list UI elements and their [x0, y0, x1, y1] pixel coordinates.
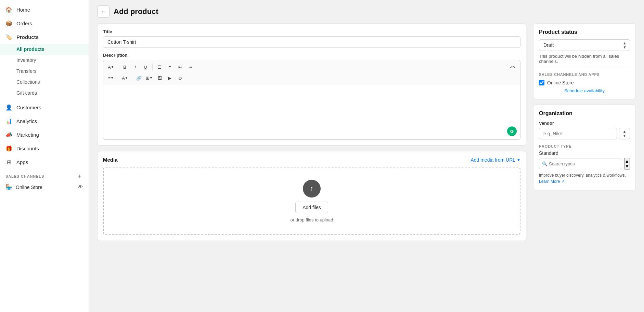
product-status-card: Product status Draft Active ▲▼ This prod…	[533, 23, 636, 99]
image-button[interactable]: 🖼	[155, 73, 164, 83]
marketing-icon: 📣	[5, 131, 12, 138]
online-store-visibility-button[interactable]: 👁	[78, 184, 83, 190]
status-select-wrapper: Draft Active ▲▼	[539, 39, 630, 51]
sidebar-item-marketing[interactable]: 📣 Marketing	[0, 128, 89, 141]
analytics-icon: 📊	[5, 118, 12, 124]
link-button[interactable]: 🔗	[134, 73, 144, 83]
section-divider	[539, 68, 630, 68]
main-body: Title Description A▼ B I U ☰ ≡ ⇤	[89, 23, 644, 312]
video-button[interactable]: ▶	[165, 73, 175, 83]
online-store-checkbox-label[interactable]: Online Store	[547, 80, 574, 85]
italic-button[interactable]: I	[130, 62, 140, 72]
back-button[interactable]: ←	[97, 5, 110, 18]
vendor-label: Vendor	[539, 121, 630, 126]
bullet-list-button[interactable]: ☰	[155, 62, 164, 72]
toolbar-divider-3	[118, 74, 118, 81]
page-header: ← Add product	[89, 0, 644, 23]
sidebar-sub-collections[interactable]: Collections	[0, 77, 89, 87]
outdent-button[interactable]: ⇥	[185, 62, 195, 72]
media-drop-zone[interactable]: ↑ Add files or drop files to upload	[103, 167, 520, 235]
sidebar-item-products[interactable]: 🏷️ Products	[0, 30, 89, 44]
org-title: Organization	[539, 110, 630, 117]
sidebar-sub-all-products[interactable]: All products	[0, 44, 89, 55]
left-column: Title Description A▼ B I U ☰ ≡ ⇤	[97, 23, 526, 304]
customers-icon: 👤	[5, 104, 12, 111]
product-type-section: PRODUCT TYPE Standard 🔍 ▲▼ Improve buyer…	[539, 144, 630, 185]
learn-more-link[interactable]: Learn More ↗	[539, 179, 565, 184]
code-button[interactable]: <>	[508, 62, 517, 72]
organization-card: Organization Vendor ▲▼ PRODUCT TYPE Stan…	[533, 105, 636, 190]
sidebar-item-analytics[interactable]: 📊 Analytics	[0, 114, 89, 128]
product-type-hint: Improve buyer discovery, analytics & wor…	[539, 172, 630, 185]
product-type-value: Standard	[539, 150, 630, 156]
apps-icon: ⊞	[5, 159, 12, 165]
editor-toolbar: A▼ B I U ☰ ≡ ⇤ ⇥ <> ≡▼	[103, 60, 520, 85]
title-input[interactable]	[103, 36, 520, 48]
sidebar-item-home[interactable]: 🏠 Home	[0, 3, 89, 16]
sidebar-item-orders[interactable]: 📦 Orders	[0, 16, 89, 30]
status-select[interactable]: Draft Active	[539, 39, 630, 51]
clear-format-button[interactable]: ⊘	[175, 73, 185, 83]
search-types-wrap: 🔍	[539, 158, 622, 169]
sidebar-item-apps[interactable]: ⊞ Apps	[0, 155, 89, 169]
vendor-stepper-button[interactable]: ▲▼	[619, 128, 630, 139]
home-icon: 🏠	[5, 6, 12, 13]
sidebar-sub-transfers[interactable]: Transfers	[0, 66, 89, 77]
online-store-icon: 🏪	[5, 184, 12, 190]
sidebar: 🏠 Home 📦 Orders 🏷️ Products All products…	[0, 0, 89, 312]
toolbar-row-1: A▼ B I U ☰ ≡ ⇤ ⇥ <>	[106, 62, 517, 72]
orders-icon: 📦	[5, 20, 12, 27]
vendor-input-row: ▲▼	[539, 128, 630, 139]
toolbar-row-2: ≡▼ A▼ 🔗 ⊞▼ 🖼 ▶ ⊘	[106, 73, 517, 83]
align-button[interactable]: ≡▼	[106, 73, 116, 83]
sales-channels-section: SALES CHANNELS +	[0, 169, 89, 181]
add-media-from-url-link[interactable]: Add media from URL ▼	[471, 157, 520, 163]
sidebar-sub-gift-cards[interactable]: Gift cards	[0, 87, 89, 98]
products-icon: 🏷️	[5, 33, 12, 40]
media-header: Media Add media from URL ▼	[103, 157, 520, 163]
sidebar-item-customers[interactable]: 👤 Customers	[0, 100, 89, 114]
status-hint: This product will be hidden from all sal…	[539, 54, 630, 64]
sidebar-sub-inventory[interactable]: Inventory	[0, 55, 89, 66]
sales-channels-apps-label: SALES CHANNELS AND APPS	[539, 72, 630, 77]
vendor-input[interactable]	[539, 128, 617, 139]
text-color-button[interactable]: A▼	[120, 73, 130, 83]
drop-hint: or drop files to upload	[290, 217, 333, 222]
product-details-card: Title Description A▼ B I U ☰ ≡ ⇤	[97, 23, 526, 146]
table-button[interactable]: ⊞▼	[144, 73, 154, 83]
grammarly-icon: G	[507, 126, 517, 136]
toolbar-divider-4	[132, 74, 132, 81]
description-editor[interactable]: G	[103, 85, 520, 140]
title-label: Title	[103, 29, 520, 34]
sidebar-item-online-store[interactable]: 🏪 Online Store 👁	[0, 181, 89, 193]
search-icon: 🔍	[542, 161, 548, 166]
underline-button[interactable]: U	[141, 62, 150, 72]
toolbar-divider	[118, 64, 118, 70]
upload-icon: ↑	[303, 180, 321, 198]
description-label: Description	[103, 53, 520, 58]
discounts-icon: 🎁	[5, 145, 12, 152]
media-title: Media	[103, 157, 118, 163]
toolbar-divider-2	[152, 64, 153, 70]
search-type-row: 🔍 ▲▼	[539, 158, 630, 169]
page-title: Add product	[114, 7, 158, 16]
right-column: Product status Draft Active ▲▼ This prod…	[533, 23, 636, 304]
bold-button[interactable]: B	[120, 62, 130, 72]
font-size-button[interactable]: A▼	[106, 62, 116, 72]
schedule-availability-link[interactable]: Schedule availability	[539, 88, 630, 93]
search-types-input[interactable]	[539, 159, 622, 169]
online-store-checkbox-row: Online Store	[539, 80, 630, 85]
main-content: ← Add product Title Description A▼ B I U	[89, 0, 644, 312]
indent-button[interactable]: ⇤	[175, 62, 185, 72]
product-type-stepper-button[interactable]: ▲▼	[624, 158, 630, 169]
ordered-list-button[interactable]: ≡	[165, 62, 175, 72]
add-files-button[interactable]: Add files	[295, 202, 328, 213]
product-type-label: PRODUCT TYPE	[539, 144, 630, 148]
media-card: Media Add media from URL ▼ ↑ Add files o…	[97, 151, 526, 241]
add-sales-channel-button[interactable]: +	[76, 173, 83, 180]
product-status-title: Product status	[539, 29, 630, 35]
sidebar-item-discounts[interactable]: 🎁 Discounts	[0, 141, 89, 155]
chevron-down-icon: ▼	[517, 158, 520, 162]
online-store-checkbox[interactable]	[539, 80, 544, 85]
